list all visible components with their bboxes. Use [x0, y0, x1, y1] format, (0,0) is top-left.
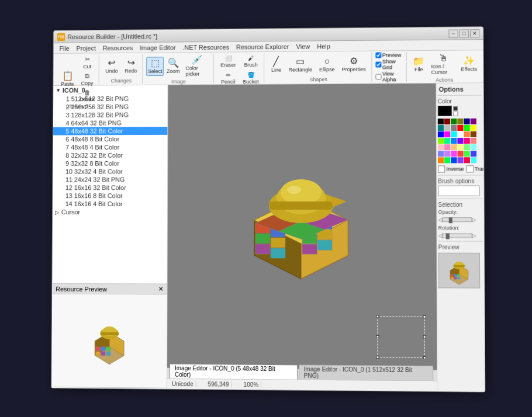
palette-color-cell[interactable]	[451, 157, 457, 163]
palette-color-cell[interactable]	[464, 138, 470, 144]
palette-color-cell[interactable]	[451, 125, 457, 131]
palette-color-cell[interactable]	[464, 151, 470, 157]
menu-resources[interactable]: Resources	[99, 43, 136, 53]
tree-item-6[interactable]: 6 48x48 8 Bit Color	[53, 135, 168, 144]
select-button[interactable]: ⬚ Select	[146, 57, 164, 76]
menu-view[interactable]: View	[293, 41, 314, 51]
palette-color-cell[interactable]	[457, 138, 463, 144]
opacity-thumb[interactable]	[449, 217, 452, 223]
maximize-button[interactable]: □	[460, 29, 469, 37]
palette-color-cell[interactable]	[471, 131, 476, 137]
palette-color-cell[interactable]	[464, 125, 469, 131]
palette-color-cell[interactable]	[471, 144, 476, 150]
tree-item-3[interactable]: 3 128x128 32 Bit PNG	[53, 110, 167, 119]
palette-color-cell[interactable]	[438, 138, 444, 144]
handle-ml[interactable]	[376, 335, 379, 338]
handle-tr[interactable]	[423, 315, 426, 318]
menu-image-editor[interactable]: Image Editor	[136, 42, 179, 52]
undo-button[interactable]: ↩ Undo	[103, 57, 121, 76]
palette-color-cell[interactable]	[444, 138, 450, 144]
tree-item-13[interactable]: 13 16x16 8 Bit Color	[53, 192, 167, 200]
palette-color-cell[interactable]	[451, 138, 457, 144]
palette-color-cell[interactable]	[457, 131, 463, 137]
foreground-color[interactable]	[438, 106, 452, 116]
line-button[interactable]: ╱ Line	[268, 55, 285, 75]
palette-color-cell[interactable]	[438, 151, 444, 157]
cut-button[interactable]: ✂ Cut	[78, 54, 96, 71]
effects-button[interactable]: ✨ Effects	[460, 54, 478, 74]
tree-item-11[interactable]: 11 24x24 32 Bit PNG	[53, 175, 167, 183]
copy-button[interactable]: ⧉ Copy	[78, 71, 96, 88]
palette-color-cell[interactable]	[471, 157, 476, 163]
rotation-thumb[interactable]	[446, 233, 450, 239]
palette-color-cell[interactable]	[438, 125, 444, 131]
menu-net-resources[interactable]: .NET Resources	[179, 42, 233, 53]
inverse-checkbox[interactable]	[438, 165, 445, 172]
resource-tree[interactable]: ▼ ICON_0 1 512x512 32 Bit PNG 2 256x256 …	[52, 85, 167, 284]
rotation-slider[interactable]	[443, 233, 472, 238]
eraser-button[interactable]: ⬜ Eraser	[217, 53, 239, 70]
palette-color-cell[interactable]	[457, 144, 463, 150]
palette-color-cell[interactable]	[451, 144, 457, 150]
delete-button[interactable]: 🗑 Delete	[78, 88, 96, 103]
menu-project[interactable]: Project	[73, 43, 99, 53]
minimize-button[interactable]: −	[448, 29, 458, 37]
palette-color-cell[interactable]	[464, 144, 470, 150]
paste-button[interactable]: 📋 Paste	[58, 70, 77, 89]
palette-color-cell[interactable]	[457, 125, 463, 131]
transparent-checkbox[interactable]	[466, 165, 473, 172]
bucket-button[interactable]: 🪣 Bucket	[240, 70, 261, 86]
palette-color-cell[interactable]	[444, 151, 450, 157]
palette-color-cell[interactable]	[438, 144, 444, 150]
palette-color-cell[interactable]	[451, 119, 457, 124]
palette-color-cell[interactable]	[444, 119, 450, 124]
preview-checkbox[interactable]	[375, 53, 381, 58]
handle-tl[interactable]	[376, 315, 379, 318]
ellipse-button[interactable]: ○ Ellipse	[316, 55, 338, 74]
palette-color-cell[interactable]	[457, 151, 463, 157]
palette-color-cell[interactable]	[444, 144, 450, 150]
palette-color-cell[interactable]	[444, 125, 450, 131]
palette-color-cell[interactable]	[464, 131, 470, 137]
handle-br[interactable]	[423, 356, 426, 359]
palette-color-cell[interactable]	[471, 125, 476, 131]
palette-color-cell[interactable]	[438, 157, 444, 163]
close-button[interactable]: ✕	[470, 29, 479, 37]
tree-item-14[interactable]: 14 16x16 4 Bit Color	[53, 200, 167, 208]
opacity-slider[interactable]	[442, 217, 472, 222]
tree-item-9[interactable]: 9 32x32 8 Bit Color	[53, 159, 168, 168]
preview-close-button[interactable]: ✕	[158, 286, 164, 293]
tree-item-10[interactable]: 10 32x32 4 Bit Color	[53, 167, 167, 175]
swap-colors-button[interactable]	[453, 106, 458, 110]
brush-button[interactable]: 🖌 Brush	[240, 53, 261, 70]
reset-colors-button[interactable]	[453, 111, 458, 116]
show-grid-checkbox[interactable]	[375, 62, 381, 68]
palette-color-cell[interactable]	[438, 131, 444, 137]
tree-item-4[interactable]: 4 64x64 32 Bit PNG	[53, 119, 167, 127]
palette-color-cell[interactable]	[464, 119, 469, 124]
palette-color-cell[interactable]	[444, 157, 450, 163]
zoom-button[interactable]: 🔍 Zoom	[165, 57, 181, 76]
tree-item-7[interactable]: 7 48x48 4 Bit Color	[53, 143, 168, 151]
palette-color-cell[interactable]	[471, 151, 476, 157]
pencil-button[interactable]: ✏ Pencil	[217, 70, 239, 86]
tree-item-8[interactable]: 8 32x32 32 Bit Color	[53, 151, 168, 159]
palette-color-cell[interactable]	[471, 138, 476, 144]
palette-color-cell[interactable]	[457, 119, 463, 124]
image-canvas[interactable]	[167, 84, 437, 370]
tree-item-12[interactable]: 12 16x16 32 Bit Color	[53, 183, 167, 192]
file-button[interactable]: 📁 File	[410, 55, 427, 74]
handle-mr[interactable]	[423, 335, 426, 338]
tree-cursor[interactable]: ▷ Cursor	[53, 208, 167, 216]
redo-button[interactable]: ↪ Redo	[122, 57, 140, 76]
palette-color-cell[interactable]	[471, 119, 476, 124]
palette-color-cell[interactable]	[458, 157, 464, 163]
palette-color-cell[interactable]	[464, 157, 470, 163]
color-picker-button[interactable]: 💉 Color picker	[183, 54, 212, 79]
menu-resource-explorer[interactable]: Resource Explorer	[233, 41, 293, 52]
menu-help[interactable]: Help	[313, 41, 334, 51]
icon-cursor-button[interactable]: 🖱 Icon / Cursor	[428, 52, 458, 77]
menu-file[interactable]: File	[56, 43, 73, 53]
handle-bl[interactable]	[376, 356, 379, 359]
palette-color-cell[interactable]	[444, 131, 450, 137]
